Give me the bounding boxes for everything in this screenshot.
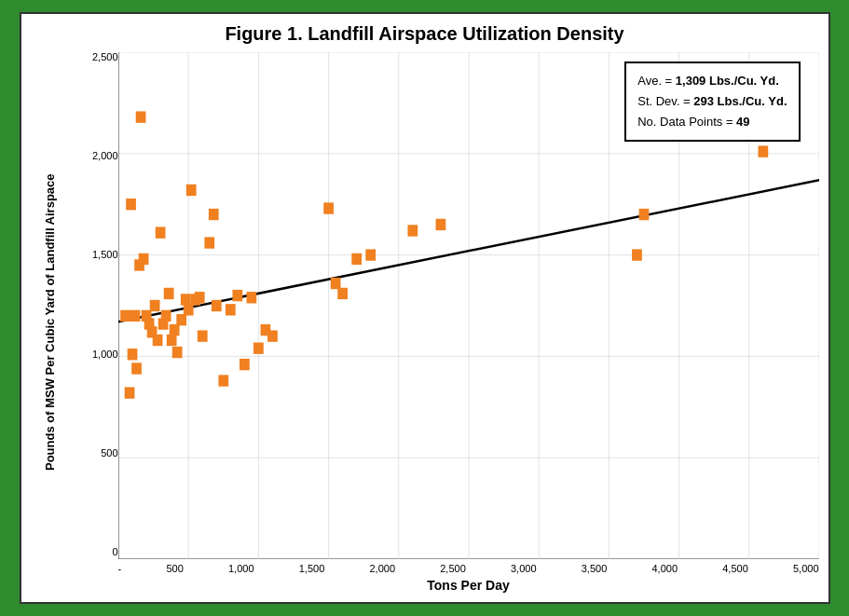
data-point xyxy=(194,292,204,303)
data-point xyxy=(632,249,642,260)
data-point xyxy=(135,111,145,122)
x-tick: 3,000 xyxy=(511,563,537,574)
data-point xyxy=(211,300,221,311)
data-point xyxy=(155,226,165,238)
x-tick: 500 xyxy=(166,563,183,574)
data-point xyxy=(160,310,171,322)
x-tick: 5,000 xyxy=(793,563,819,574)
x-axis-area: -5001,0001,5002,0002,5003,0003,5004,0004… xyxy=(118,559,819,574)
legend-box: Ave. = 1,309 Lbs./Cu. Yd. St. Dev. = 293… xyxy=(624,62,800,142)
y-tick: 1,500 xyxy=(72,250,118,260)
legend-ave: 1,309 Lbs./Cu. Yd. xyxy=(676,74,779,88)
data-point xyxy=(131,363,142,374)
legend-line3: No. Data Points = 49 xyxy=(637,112,787,132)
data-point xyxy=(185,185,196,196)
y-tick: 2,000 xyxy=(72,151,118,161)
legend-count: 49 xyxy=(736,115,749,129)
data-point xyxy=(407,225,418,236)
data-point xyxy=(330,278,340,289)
x-tick: 3,500 xyxy=(582,563,608,574)
x-tick: 1,000 xyxy=(228,563,254,574)
plot-svg-container: Ave. = 1,309 Lbs./Cu. Yd. St. Dev. = 293… xyxy=(118,52,819,559)
data-point xyxy=(126,198,136,210)
x-tick: 2,000 xyxy=(369,563,395,574)
data-point xyxy=(323,202,334,213)
data-point xyxy=(225,304,235,315)
chart-title: Figure 1. Landfill Airspace Utilization … xyxy=(31,23,819,45)
y-tick: 2,500 xyxy=(72,52,118,62)
data-point xyxy=(169,324,179,335)
data-point xyxy=(232,290,242,301)
data-point xyxy=(127,349,137,360)
data-point xyxy=(246,292,256,303)
data-point xyxy=(208,209,218,220)
data-point xyxy=(138,253,148,265)
data-point xyxy=(120,310,130,322)
data-point xyxy=(239,359,249,370)
chart-body: Pounds of MSW Per Cubic Yard of Landfill… xyxy=(31,52,819,593)
data-point xyxy=(163,288,173,299)
x-tick: - xyxy=(118,563,122,574)
data-point xyxy=(180,294,190,305)
data-point xyxy=(204,237,214,248)
data-point xyxy=(351,253,362,265)
legend-stdev: 293 Lbs./Cu. Yd. xyxy=(693,94,787,108)
data-point xyxy=(149,300,159,311)
data-point xyxy=(435,219,445,230)
legend-line1: Ave. = 1,309 Lbs./Cu. Yd. xyxy=(637,71,787,91)
y-ticks: 05001,0001,5002,0002,500 xyxy=(72,52,118,559)
x-tick: 2,500 xyxy=(440,563,466,574)
data-point xyxy=(197,330,207,341)
x-ticks: -5001,0001,5002,0002,5003,0003,5004,0004… xyxy=(118,559,819,574)
chart-box: Figure 1. Landfill Airspace Utilization … xyxy=(20,12,830,604)
y-axis-label: Pounds of MSW Per Cubic Yard of Landfill… xyxy=(31,52,68,593)
data-point xyxy=(166,335,176,346)
data-point xyxy=(171,347,182,358)
data-point xyxy=(337,288,348,299)
data-point xyxy=(218,375,228,386)
chart-container: Figure 1. Landfill Airspace Utilization … xyxy=(0,0,849,616)
chart-content: 05001,0001,5002,0002,500 xyxy=(72,52,819,593)
y-tick: 1,000 xyxy=(72,349,118,360)
data-point xyxy=(152,335,162,346)
x-tick: 1,500 xyxy=(299,563,325,574)
plot-area-wrapper: 05001,0001,5002,0002,500 xyxy=(72,52,819,559)
data-point xyxy=(253,343,264,354)
data-point xyxy=(365,249,376,260)
data-point xyxy=(183,304,193,315)
data-point xyxy=(267,330,278,341)
data-point xyxy=(176,314,186,325)
data-point xyxy=(124,387,134,398)
legend-line2: St. Dev. = 293 Lbs./Cu. Yd. xyxy=(637,91,787,112)
data-point xyxy=(758,145,768,157)
y-tick: 500 xyxy=(72,448,118,459)
data-point xyxy=(130,310,140,322)
x-axis-label: Tons Per Day xyxy=(118,578,819,593)
x-tick: 4,500 xyxy=(722,563,748,574)
x-tick: 4,000 xyxy=(651,563,678,574)
y-tick: 0 xyxy=(72,547,118,557)
data-point xyxy=(638,209,649,220)
